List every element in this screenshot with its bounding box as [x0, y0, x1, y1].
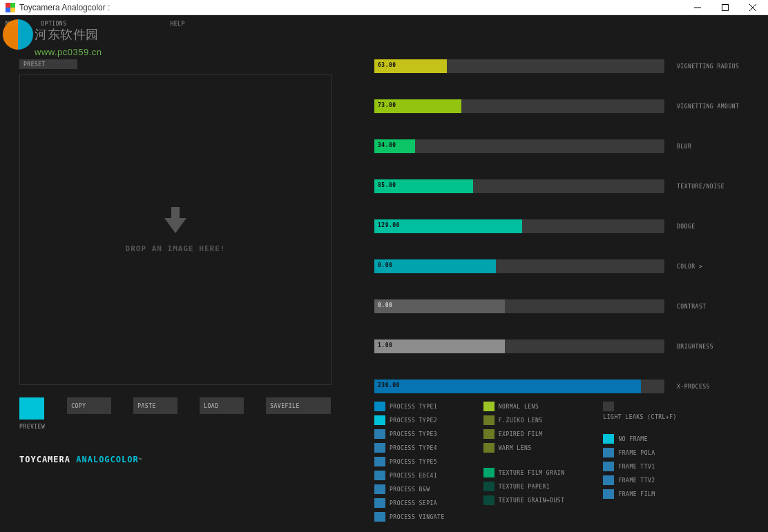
option-label: PROCESS TYPE3: [390, 431, 437, 437]
option-process-sepia[interactable]: PROCESS SEPIA: [374, 497, 445, 509]
savefile-button[interactable]: SAVEFILE: [266, 397, 331, 414]
option-label: PROCESS SEPIA: [390, 500, 437, 506]
option-swatch-icon: [483, 443, 495, 453]
option-label: PROCESS TYPE4: [390, 445, 437, 451]
option-process-type3[interactable]: PROCESS TYPE3: [374, 428, 445, 440]
slider-vignetting-amount[interactable]: 73.00VIGNETTING AMOUNT: [374, 99, 747, 113]
option-normal-lens[interactable]: NORMAL LENS: [483, 400, 565, 413]
menu-main[interactable]: MAIN: [6, 21, 20, 27]
option-process-e6c41[interactable]: PROCESS E6C41: [374, 469, 445, 482]
slider-contrast[interactable]: 0.00CONTRAST: [374, 299, 747, 313]
slider-value: 63.00: [378, 62, 396, 68]
watermark-url: www.pc0359.cn: [35, 47, 141, 57]
slider-label: TEXTURE/NOISE: [677, 184, 724, 190]
slider-value: 34.00: [378, 142, 396, 148]
option-label: FRAME TTV2: [618, 477, 655, 484]
slider-value: 73.00: [378, 102, 396, 108]
load-button[interactable]: LOAD: [200, 397, 244, 414]
image-dropzone[interactable]: DROP AN IMAGE HERE!: [19, 75, 332, 385]
option-empty[interactable]: [603, 400, 676, 413]
slider-value: 129.00: [378, 222, 400, 228]
option-label: PROCESS VINGATE: [390, 514, 445, 520]
slider-x-process[interactable]: 230.00X-PROCESS: [374, 380, 747, 393]
slider-vignetting-radius[interactable]: 63.00VIGNETTING RADIUS: [374, 59, 747, 73]
option-label: NO FRAME: [618, 436, 648, 442]
option-f-zuiko-lens[interactable]: F.ZUIKO LENS: [483, 414, 565, 426]
slider-value: 230.00: [378, 382, 400, 388]
light-leaks-label: LIGHT LEAKS (CTRL+F): [603, 414, 676, 420]
option-process-vingate[interactable]: PROCESS VINGATE: [374, 511, 445, 523]
option-label: PROCESS E6C41: [390, 473, 437, 479]
option-texture-film-grain[interactable]: TEXTURE FILM GRAIN: [483, 466, 565, 479]
option-texture-paper1[interactable]: TEXTURE PAPER1: [483, 480, 565, 493]
slider-label: BRIGHTNESS: [677, 344, 713, 350]
preset-button[interactable]: PRESET: [19, 59, 77, 69]
menubar: MAIN OPTIONS HELP: [0, 15, 768, 32]
close-button[interactable]: [739, 0, 767, 14]
preview-swatch[interactable]: [19, 397, 44, 420]
option-process-type5[interactable]: PROCESS TYPE5: [374, 455, 445, 468]
option-label: TEXTURE FILM GRAIN: [499, 470, 565, 476]
option-swatch-icon: [374, 484, 385, 494]
option-swatch-icon: [483, 402, 495, 411]
slider-label: VIGNETTING AMOUNT: [677, 104, 739, 110]
option-label: NORMAL LENS: [499, 404, 539, 410]
option-frame-film[interactable]: FRAME FILM: [603, 488, 676, 500]
dropzone-arrow-icon: [162, 207, 189, 239]
slider-label: BLUR: [677, 144, 691, 150]
window-title: Toycamera Analogcolor :: [19, 3, 110, 12]
slider-label: X-PROCESS: [677, 384, 710, 390]
option-swatch-icon: [603, 448, 614, 457]
slider-texture-noise[interactable]: 85.00TEXTURE/NOISE: [374, 179, 747, 193]
slider-label: CONTRAST: [677, 304, 707, 310]
slider-value: 1.00: [378, 342, 392, 348]
window-titlebar: Toycamera Analogcolor :: [0, 0, 768, 15]
slider-blur[interactable]: 34.00BLUR: [374, 139, 747, 153]
brand-text: TOYCAMERA ANALOGCOLOR™: [19, 455, 332, 464]
slider-label: DODGE: [677, 224, 695, 230]
option-frame-ttv1[interactable]: FRAME TTV1: [603, 460, 676, 473]
slider-label: VIGNETTING RADIUS: [677, 63, 739, 70]
option-swatch-icon: [483, 429, 495, 439]
option-texture-grain-dust[interactable]: TEXTURE GRAIN+DUST: [483, 494, 565, 506]
app-body: MAIN OPTIONS HELP 河东软件园 www.pc0359.cn PR…: [0, 15, 768, 532]
slider-color-[interactable]: 0.00COLOR >: [374, 259, 747, 273]
option-process-b-w[interactable]: PROCESS B&W: [374, 483, 445, 495]
option-swatch-icon: [603, 462, 614, 471]
option-warm-lens[interactable]: WARM LENS: [483, 442, 565, 454]
app-icon: [6, 3, 15, 12]
option-label: F.ZUIKO LENS: [499, 417, 543, 424]
maximize-button[interactable]: [711, 0, 739, 14]
option-process-type2[interactable]: PROCESS TYPE2: [374, 414, 445, 426]
option-swatch-icon: [374, 512, 385, 522]
option-label: FRAME POLA: [618, 450, 655, 456]
option-process-type1[interactable]: PROCESS TYPE1: [374, 400, 445, 413]
option-swatch-icon: [374, 429, 385, 439]
option-frame-ttv2[interactable]: FRAME TTV2: [603, 474, 676, 486]
slider-value: 0.00: [378, 262, 392, 268]
option-expired-film[interactable]: EXPIRED FILM: [483, 428, 565, 440]
option-frame-pola[interactable]: FRAME POLA: [603, 446, 676, 459]
option-label: WARM LENS: [499, 445, 532, 451]
slider-dodge[interactable]: 129.00DODGE: [374, 219, 747, 233]
minimize-button[interactable]: [684, 0, 711, 14]
slider-value: 0.00: [378, 302, 392, 308]
copy-button[interactable]: COPY: [67, 397, 111, 414]
option-swatch-icon: [374, 415, 385, 425]
option-no-frame[interactable]: NO FRAME: [603, 433, 676, 445]
option-label: PROCESS TYPE5: [390, 459, 437, 465]
option-swatch-icon: [483, 415, 495, 425]
slider-brightness[interactable]: 1.00BRIGHTNESS: [374, 339, 747, 353]
slider-label: COLOR >: [677, 264, 702, 270]
option-swatch-icon: [374, 471, 385, 480]
option-label: TEXTURE PAPER1: [499, 484, 550, 490]
option-label: FRAME FILM: [618, 491, 655, 497]
svg-rect-1: [722, 4, 729, 10]
option-process-type4[interactable]: PROCESS TYPE4: [374, 442, 445, 454]
option-label: TEXTURE GRAIN+DUST: [499, 497, 565, 504]
menu-help[interactable]: HELP: [170, 21, 184, 27]
paste-button[interactable]: PASTE: [133, 397, 177, 414]
option-swatch-icon: [483, 468, 495, 477]
option-label: PROCESS TYPE2: [390, 417, 437, 424]
menu-options[interactable]: OPTIONS: [41, 21, 66, 27]
